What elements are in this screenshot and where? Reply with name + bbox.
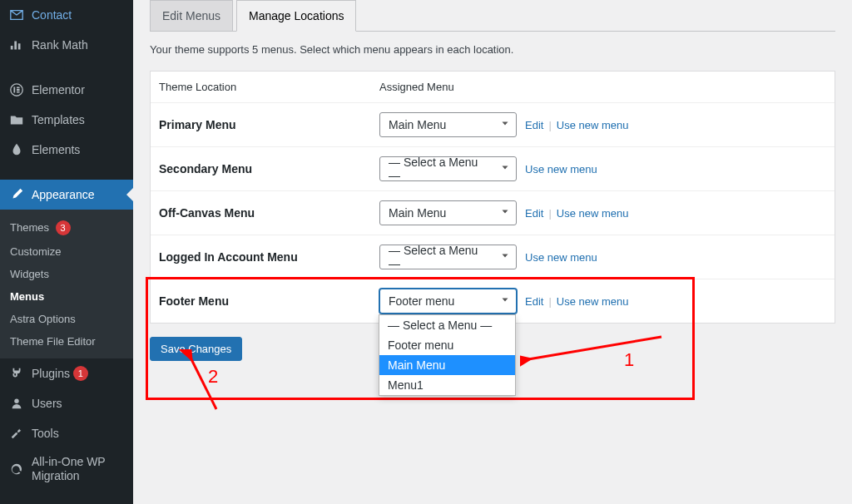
use-new-menu-link[interactable]: Use new menu [557, 119, 629, 131]
table-row: Secondary Menu — Select a Menu — Use new… [151, 147, 835, 191]
edit-link[interactable]: Edit [525, 119, 543, 131]
use-new-menu-link[interactable]: Use new menu [557, 207, 629, 220]
sidebar-item-plugins[interactable]: Plugins 1 [0, 358, 133, 388]
update-badge: 1 [73, 366, 88, 381]
row-links: Edit | Use new menu [525, 295, 629, 308]
location-label: Secondary Menu [159, 162, 379, 175]
dropdown-option[interactable]: Menu1 [379, 375, 515, 395]
location-label: Logged In Account Menu [159, 250, 379, 264]
contact-icon [8, 7, 25, 23]
row-links: Edit | Use new menu [525, 119, 629, 131]
sidebar-item-label: Widgets [10, 268, 49, 280]
select-value: Footer menu [389, 294, 454, 308]
sidebar-item-label: Templates [32, 113, 85, 126]
sidebar-item-label: Tools [32, 427, 59, 440]
menu-select[interactable]: Footer menu [379, 289, 517, 314]
update-badge: 3 [56, 220, 71, 235]
sidebar-item-users[interactable]: Users [0, 388, 133, 418]
brush-icon [8, 186, 25, 203]
chevron-down-icon [499, 162, 511, 176]
row-links: Use new menu [525, 251, 597, 264]
chevron-down-icon [499, 206, 511, 220]
annotation-arrow [520, 333, 670, 370]
dropdown-option[interactable]: Footer menu [379, 335, 515, 355]
sidebar-submenu-appearance: Themes 3 Customize Widgets Menus Astra O… [0, 210, 133, 358]
sidebar-item-label: Users [32, 397, 62, 410]
edit-link[interactable]: Edit [525, 207, 543, 220]
svg-line-2 [528, 337, 661, 359]
sidebar-item-rankmath[interactable]: Rank Math [0, 30, 133, 60]
table-row: Primary Menu Main Menu Edit | Use new me… [151, 103, 835, 147]
sidebar-item-label: Contact [32, 8, 72, 22]
sidebar-item-elements[interactable]: Elements [0, 135, 133, 165]
admin-sidebar: Contact Rank Math Elementor Templates El… [0, 0, 133, 504]
sidebar-item-tools[interactable]: Tools [0, 418, 133, 448]
annotation-label: 2 [208, 366, 218, 388]
table-row: Off-Canvas Menu Main Menu Edit | Use new… [151, 191, 835, 235]
nav-tabs: Edit MenusManage Locations [150, 0, 835, 32]
drop-icon [8, 141, 25, 158]
dropdown-option[interactable]: Main Menu [379, 355, 515, 375]
sidebar-item-aio-migration[interactable]: All-in-One WP Migration [0, 448, 133, 490]
use-new-menu-link[interactable]: Use new menu [557, 295, 629, 308]
table-header: Theme Location Assigned Menu [151, 72, 835, 103]
use-new-menu-link[interactable]: Use new menu [525, 163, 597, 175]
link-separator: | [548, 207, 551, 220]
row-links: Edit | Use new menu [525, 207, 629, 220]
col-header-location: Theme Location [159, 81, 379, 93]
refresh-icon [8, 461, 25, 477]
svg-line-3 [191, 358, 216, 409]
select-value: Main Menu [389, 206, 446, 220]
annotation-label: 1 [624, 349, 634, 371]
menu-select[interactable]: — Select a Menu — [379, 245, 517, 269]
menu-dropdown: — Select a Menu — Footer menu Main Menu … [379, 314, 516, 396]
location-label: Off-Canvas Menu [159, 206, 379, 220]
sidebar-sub-menus[interactable]: Menus [0, 285, 133, 308]
main-content: Edit MenusManage Locations Your theme su… [133, 0, 852, 504]
edit-link[interactable]: Edit [525, 295, 543, 308]
menu-select[interactable]: — Select a Menu — [379, 156, 517, 181]
select-value: — Select a Menu — [389, 244, 493, 270]
tab-manage-locations[interactable]: Manage Locations [236, 0, 356, 32]
link-separator: | [548, 119, 551, 131]
menu-select[interactable]: Main Menu [379, 200, 517, 225]
sidebar-item-elementor[interactable]: Elementor [0, 75, 133, 105]
sidebar-item-label: Elements [32, 143, 80, 156]
sidebar-item-contact[interactable]: Contact [0, 0, 133, 30]
use-new-menu-link[interactable]: Use new menu [525, 251, 597, 264]
menu-select[interactable]: Main Menu [379, 112, 517, 137]
sidebar-sub-astra[interactable]: Astra Options [0, 308, 133, 330]
chevron-down-icon [499, 118, 511, 132]
folder-icon [8, 111, 25, 128]
link-separator: | [548, 295, 551, 308]
sidebar-sub-file-editor[interactable]: Theme File Editor [0, 330, 133, 353]
sidebar-item-label: Rank Math [32, 38, 88, 52]
sidebar-sub-customize[interactable]: Customize [0, 240, 133, 263]
table-row: Logged In Account Menu — Select a Menu —… [151, 235, 835, 279]
sidebar-item-templates[interactable]: Templates [0, 105, 133, 135]
sidebar-item-appearance[interactable]: Appearance [0, 180, 133, 210]
sidebar-item-label: Appearance [32, 188, 95, 201]
location-label: Primary Menu [159, 118, 379, 131]
sidebar-item-label: Elementor [32, 83, 85, 96]
sidebar-item-label: Astra Options [10, 313, 76, 325]
sidebar-item-label: Theme File Editor [10, 335, 96, 348]
sidebar-sub-widgets[interactable]: Widgets [0, 263, 133, 285]
page-description: Your theme supports 5 menus. Select whic… [150, 43, 835, 56]
save-changes-button[interactable]: Save Changes [150, 337, 242, 361]
dropdown-option[interactable]: — Select a Menu — [379, 315, 515, 335]
sidebar-sub-themes[interactable]: Themes 3 [0, 215, 133, 240]
chart-icon [8, 37, 25, 53]
sidebar-item-label: Themes [10, 221, 49, 234]
wrench-icon [8, 425, 25, 442]
select-value: — Select a Menu — [389, 156, 493, 182]
sidebar-item-label: Customize [10, 245, 61, 258]
svg-point-1 [14, 399, 18, 403]
elementor-icon [8, 82, 25, 98]
sidebar-item-label: All-in-One WP Migration [32, 455, 126, 483]
sidebar-item-label: Plugins [32, 367, 70, 380]
tab-edit-menus[interactable]: Edit Menus [150, 0, 233, 32]
locations-table: Theme Location Assigned Menu Primary Men… [150, 71, 835, 324]
chevron-down-icon [499, 250, 511, 264]
user-icon [8, 395, 25, 412]
